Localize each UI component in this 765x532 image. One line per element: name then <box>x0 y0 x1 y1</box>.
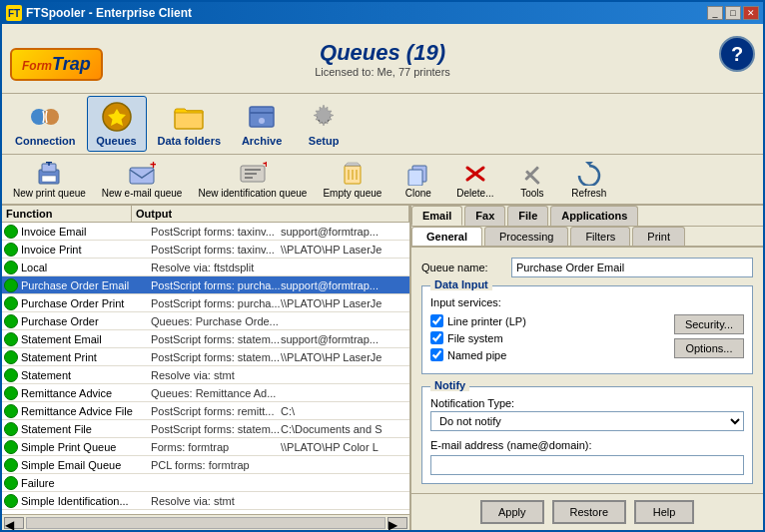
new-print-queue-button[interactable]: + New print queue <box>6 157 93 202</box>
options-button[interactable]: Options... <box>674 338 744 358</box>
data-folders-icon <box>173 101 205 133</box>
nav-queues[interactable]: Queues <box>87 96 147 152</box>
queue-name-input[interactable] <box>511 258 753 277</box>
nav-toolbar: Connection Queues Data folders Archive S… <box>2 94 763 155</box>
maximize-button[interactable]: □ <box>725 6 741 20</box>
empty-queue-button[interactable]: Empty queue <box>316 157 388 202</box>
queue-item-simple-email[interactable]: Simple Email Queue PCL forms: formtrap <box>2 456 409 474</box>
new-print-queue-label: New print queue <box>13 188 86 199</box>
refresh-button[interactable]: Refresh <box>561 157 616 202</box>
new-email-queue-button[interactable]: + New e-mail queue <box>95 157 190 202</box>
notification-type-select[interactable]: Do not notify Email SMS <box>430 411 744 431</box>
queue-item-failure[interactable]: Failure <box>2 474 409 492</box>
queue-function: Resolve via: ftstdsplit <box>151 262 281 273</box>
help-icon-button[interactable]: ? <box>719 36 755 72</box>
delete-button[interactable]: Delete... <box>447 157 502 202</box>
tab-filters[interactable]: Filters <box>570 227 630 246</box>
queue-item-simple-print[interactable]: Simple Print Queue Forms: formtrap \\PLA… <box>2 438 409 456</box>
queue-item-local[interactable]: Local Resolve via: ftstdsplit <box>2 259 409 276</box>
nav-setup-label: Setup <box>309 135 340 147</box>
queue-name: Statement File <box>21 423 151 435</box>
tab-email[interactable]: Email <box>411 206 462 226</box>
nav-setup[interactable]: Setup <box>294 96 354 152</box>
refresh-label: Refresh <box>571 188 606 199</box>
clone-button[interactable]: Clone <box>390 157 445 202</box>
queue-item-invoice-email[interactable]: Invoice Email PostScript forms: taxinv..… <box>2 223 409 241</box>
new-identification-queue-button[interactable]: + New identification queue <box>191 157 314 202</box>
close-button[interactable]: ✕ <box>743 6 759 20</box>
security-button[interactable]: Security... <box>674 314 744 334</box>
right-panel: Email Fax File Applications General Proc… <box>411 206 763 530</box>
checkbox-named-pipe[interactable] <box>430 348 443 361</box>
tools-label: Tools <box>520 188 543 199</box>
col-function-header: Function <box>2 206 132 222</box>
queue-name: Statement Print <box>21 351 151 363</box>
queue-item-statement[interactable]: Statement Resolve via: stmt <box>2 366 409 384</box>
new-email-queue-icon: + <box>128 160 156 188</box>
page-title: Queues (19) <box>315 40 450 66</box>
left-panel: Function Output Invoice Email PostScript… <box>2 206 411 530</box>
scroll-left-btn[interactable]: ◀ <box>4 517 24 529</box>
queue-item-purchase-order-email[interactable]: Purchase Order Email PostScript forms: p… <box>2 276 409 294</box>
tab-processing[interactable]: Processing <box>484 227 568 246</box>
queues-icon <box>101 101 133 133</box>
status-icon <box>4 314 18 328</box>
queue-output: support@formtrap... <box>281 333 407 345</box>
queue-name: Purchase Order Print <box>21 297 151 309</box>
status-icon <box>4 404 18 418</box>
queue-function: PostScript forms: statem... <box>151 333 281 345</box>
tab-file[interactable]: File <box>507 206 548 226</box>
queue-name: Purchase Order <box>21 315 151 327</box>
status-icon <box>4 368 18 382</box>
tools-button[interactable]: Tools <box>504 157 559 202</box>
action-toolbar: + New print queue + New e-mail queue + N… <box>2 155 763 206</box>
queue-output: \\PLATO\HP LaserJe <box>281 351 407 363</box>
restore-button[interactable]: Restore <box>552 500 627 524</box>
new-identification-queue-icon: + <box>239 160 267 188</box>
horizontal-scrollbar[interactable]: ◀ ▶ <box>2 514 409 530</box>
queue-function: PostScript forms: purcha... <box>151 297 281 309</box>
queue-function: Queues: Purchase Orde... <box>151 315 281 327</box>
input-buttons: Security... Options... <box>674 314 744 358</box>
checkbox-line-printer[interactable] <box>430 314 443 327</box>
queue-item-remittance-advice[interactable]: Remittance Advice Queues: Remittance Ad.… <box>2 384 409 402</box>
help-button[interactable]: Help <box>634 500 694 524</box>
tab-print[interactable]: Print <box>632 227 685 246</box>
queue-function: Resolve via: stmt <box>151 369 281 381</box>
status-icon <box>4 278 18 292</box>
queue-item-statement-file[interactable]: Statement File PostScript forms: statem.… <box>2 420 409 438</box>
tab-fax[interactable]: Fax <box>464 206 505 226</box>
queue-function: Resolve via: stmt <box>151 495 281 507</box>
queue-item-invoice-print[interactable]: Invoice Print PostScript forms: taxinv..… <box>2 241 409 259</box>
queue-item-purchase-order-print[interactable]: Purchase Order Print PostScript forms: p… <box>2 294 409 312</box>
header-title: Queues (19) Licensed to: Me, 77 printers <box>315 40 450 78</box>
queue-item-purchase-order[interactable]: Purchase Order Queues: Purchase Orde... <box>2 312 409 330</box>
apply-button[interactable]: Apply <box>480 500 544 524</box>
header-area: FormTrap Queues (19) Licensed to: Me, 77… <box>2 24 763 94</box>
title-bar: FT FTSpooler - Enterprise Client _ □ ✕ <box>2 2 763 24</box>
nav-archive[interactable]: Archive <box>232 96 292 152</box>
queue-function: PostScript forms: statem... <box>151 351 281 363</box>
archive-icon <box>246 101 278 133</box>
minimize-button[interactable]: _ <box>707 6 723 20</box>
queue-function: PostScript forms: statem... <box>151 423 281 435</box>
scroll-right-btn[interactable]: ▶ <box>387 517 407 529</box>
checkbox-file-system[interactable] <box>430 331 443 344</box>
queue-item-statement-print[interactable]: Statement Print PostScript forms: statem… <box>2 348 409 366</box>
status-icon <box>4 476 18 490</box>
tab-applications[interactable]: Applications <box>550 206 638 226</box>
queue-item-remittance-advice-file[interactable]: Remittance Advice File PostScript forms:… <box>2 402 409 420</box>
queue-function: Queues: Remittance Ad... <box>151 387 281 399</box>
logo-area: FormTrap <box>10 48 103 81</box>
nav-data-folders[interactable]: Data folders <box>149 96 231 152</box>
queue-item-statement-email[interactable]: Statement Email PostScript forms: statem… <box>2 330 409 348</box>
queue-list[interactable]: Invoice Email PostScript forms: taxinv..… <box>2 223 409 514</box>
tab-general[interactable]: General <box>411 227 482 246</box>
status-icon <box>4 332 18 346</box>
checkbox-file-system-row: File system <box>430 331 658 344</box>
status-icon <box>4 440 18 454</box>
nav-connection[interactable]: Connection <box>6 96 85 152</box>
nav-connection-label: Connection <box>15 135 76 147</box>
email-address-input[interactable] <box>430 455 744 475</box>
queue-item-simple-identification[interactable]: Simple Identification... Resolve via: st… <box>2 492 409 510</box>
